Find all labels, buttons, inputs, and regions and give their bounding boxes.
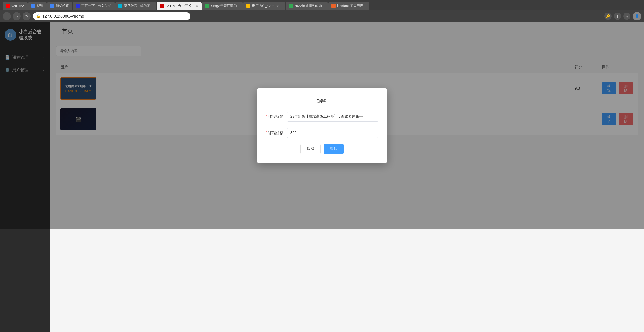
address-bar[interactable]: 🔒 127.0.0.1:8080/#/home <box>33 12 190 20</box>
year-favicon <box>289 4 293 8</box>
label-text-price: 课程价格 <box>268 130 284 135</box>
modal-overlay: 编辑 * 课程标题 * 课程价格 取消 确认 <box>0 22 644 229</box>
nav-buttons: ← → ↻ <box>3 12 30 20</box>
tab-label-baidu: 百度一下，你就知道 <box>81 4 112 8</box>
translate-favicon <box>31 4 35 8</box>
tab-label-youtube: YouTube <box>11 4 24 8</box>
browser-tabs: YouTube 翻译 新标签页 百度一下，你就知道 菜鸟教程 - 学的不... … <box>0 0 644 10</box>
youtube-favicon <box>6 4 10 8</box>
tab-label-newtab: 新标签页 <box>56 4 69 8</box>
form-label-title: * 课程标题 <box>266 114 284 119</box>
share-icon[interactable]: ⬆ <box>614 12 621 20</box>
tab-label-iconfont: iconfont-阿里巴巴... <box>337 4 366 8</box>
tab-label-csdn: CSDN - 专业开发... <box>166 4 194 8</box>
tab-label-chrome: 极简插件_Chrome... <box>252 4 282 8</box>
tab-csdn[interactable]: CSDN - 专业开发... ✕ <box>157 2 202 10</box>
tab-iconfont[interactable]: iconfont-阿里巴巴... <box>328 2 369 10</box>
tab-baidu[interactable]: 百度一下，你就知道 <box>73 2 115 10</box>
refresh-button[interactable]: ↻ <box>22 12 30 20</box>
form-label-price: * 课程价格 <box>266 130 284 135</box>
form-group-price: * 课程价格 <box>266 128 378 138</box>
tab-label-globe: <img>元素底部为... <box>210 4 240 8</box>
edit-modal: 编辑 * 课程标题 * 课程价格 取消 确认 <box>257 88 387 163</box>
modal-actions: 取消 确认 <box>266 144 378 154</box>
tab-newtab[interactable]: 新标签页 <box>47 2 72 10</box>
tab-youtube[interactable]: YouTube <box>3 2 28 10</box>
chrome-favicon <box>246 4 250 8</box>
toolbar-right: 🔑 ⬆ ☆ 👤 <box>604 12 641 20</box>
close-tab-icon[interactable]: ✕ <box>196 4 198 8</box>
form-group-title: * 课程标题 <box>266 112 378 122</box>
tab-globe[interactable]: <img>元素底部为... <box>202 2 243 10</box>
url-text: 127.0.0.1:8080/#/home <box>42 14 84 19</box>
tab-eleme[interactable]: 菜鸟教程 - 学的不... <box>115 2 156 10</box>
baidu-favicon <box>76 4 80 8</box>
browser-toolbar: ← → ↻ 🔒 127.0.0.1:8080/#/home 🔑 ⬆ ☆ 👤 <box>0 10 644 22</box>
profile-avatar[interactable]: 👤 <box>633 12 641 20</box>
lock-icon: 🔒 <box>36 14 40 18</box>
forward-button[interactable]: → <box>12 12 21 20</box>
cancel-button[interactable]: 取消 <box>300 144 321 154</box>
newtab-favicon <box>50 4 54 8</box>
tab-chrome[interactable]: 极简插件_Chrome... <box>243 2 285 10</box>
tab-label-eleme: 菜鸟教程 - 学的不... <box>124 4 153 8</box>
tab-year[interactable]: 2022年被问到的前... <box>286 2 328 10</box>
eleme-favicon <box>118 4 122 8</box>
iconfont-favicon <box>332 4 336 8</box>
globe-favicon <box>205 4 209 8</box>
modal-title: 编辑 <box>266 97 378 104</box>
course-title-input[interactable] <box>287 112 378 122</box>
required-star-price: * <box>266 131 267 135</box>
bookmark-icon[interactable]: ☆ <box>623 12 630 20</box>
back-button[interactable]: ← <box>3 12 11 20</box>
password-icon[interactable]: 🔑 <box>604 12 612 20</box>
tab-label-translate: 翻译 <box>37 4 44 8</box>
csdn-favicon <box>160 4 164 8</box>
tab-label-year: 2022年被问到的前... <box>294 4 325 8</box>
course-price-input[interactable] <box>287 128 378 138</box>
required-star-title: * <box>266 114 267 119</box>
label-text-title: 课程标题 <box>268 114 284 119</box>
tab-translate[interactable]: 翻译 <box>28 2 46 10</box>
confirm-button[interactable]: 确认 <box>324 144 344 154</box>
